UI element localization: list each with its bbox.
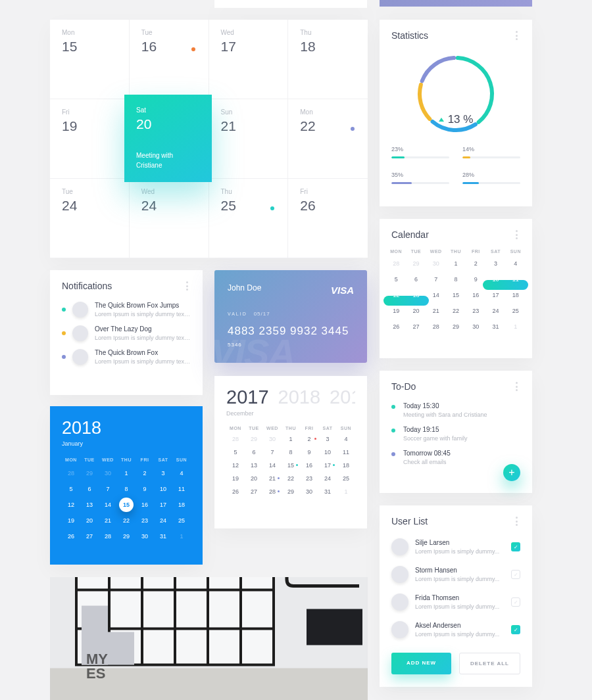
- day-cell[interactable]: 20: [80, 516, 99, 525]
- big-cal-cell[interactable]: Mon22: [288, 99, 368, 179]
- day-cell[interactable]: 30: [263, 436, 282, 442]
- day-cell[interactable]: 24: [154, 516, 172, 525]
- day-cell[interactable]: 5: [226, 449, 245, 455]
- day-cell[interactable]: 15: [282, 462, 300, 469]
- day-cell[interactable]: 28: [62, 469, 80, 478]
- day-cell[interactable]: 4: [172, 469, 191, 478]
- user-item[interactable]: Storm HansenLorem Ipsum is simply dummy.…: [380, 561, 532, 588]
- day-cell[interactable]: 23: [136, 516, 154, 525]
- day-cell[interactable]: 27: [245, 488, 263, 495]
- day-cell[interactable]: 19: [62, 516, 80, 525]
- check-toggle[interactable]: ✓: [511, 625, 520, 634]
- day-cell[interactable]: 1: [446, 259, 466, 269]
- big-cal-cell[interactable]: Wed24: [130, 179, 209, 258]
- todo-item[interactable]: Today 15:30Meeting with Sara and Cristia…: [380, 398, 532, 422]
- big-cal-cell[interactable]: Fri26: [288, 179, 368, 258]
- day-cell[interactable]: 28: [386, 259, 406, 269]
- day-cell[interactable]: 13: [245, 462, 263, 469]
- day-cell[interactable]: 31: [485, 322, 505, 332]
- big-cal-cell[interactable]: Fri19: [50, 99, 130, 179]
- add-new-button[interactable]: ADD NEW: [391, 653, 451, 674]
- day-cell[interactable]: 30: [136, 532, 154, 541]
- notification-item[interactable]: The Quick Brown FoxLorem Ipsum is simply…: [50, 345, 203, 369]
- day-cell[interactable]: 10: [154, 484, 172, 494]
- day-cell[interactable]: 9: [466, 275, 485, 285]
- big-cal-cell[interactable]: Thu25: [209, 179, 289, 258]
- year-tab[interactable]: 2017: [226, 386, 269, 408]
- more-icon[interactable]: [183, 281, 191, 291]
- day-cell[interactable]: 28: [263, 488, 282, 495]
- day-cell[interactable]: 13: [80, 500, 99, 509]
- day-cell[interactable]: 12: [226, 462, 245, 469]
- year-tab[interactable]: 2018: [278, 386, 321, 408]
- day-cell[interactable]: 1: [506, 322, 526, 332]
- big-calendar-highlight-card[interactable]: Sat 20 Meeting with Cristiane: [124, 95, 212, 182]
- day-cell[interactable]: 18: [337, 462, 355, 469]
- day-cell[interactable]: 10: [318, 449, 337, 455]
- check-toggle[interactable]: ✓: [511, 597, 520, 607]
- day-cell[interactable]: 20: [245, 475, 263, 482]
- day-cell[interactable]: 29: [80, 469, 99, 478]
- day-cell[interactable]: 18: [506, 291, 526, 300]
- day-cell[interactable]: 17: [154, 500, 172, 509]
- day-cell[interactable]: 14: [99, 500, 117, 509]
- day-cell[interactable]: 1: [282, 436, 300, 442]
- day-cell[interactable]: 4: [506, 259, 526, 269]
- day-cell[interactable]: 22: [446, 306, 466, 316]
- more-icon[interactable]: [512, 382, 520, 391]
- more-icon[interactable]: [512, 31, 520, 40]
- day-cell[interactable]: 26: [226, 488, 245, 495]
- day-cell[interactable]: 24: [485, 306, 505, 316]
- big-cal-cell[interactable]: Thu18: [288, 20, 368, 99]
- day-cell[interactable]: 5: [386, 275, 406, 285]
- day-cell[interactable]: 22: [282, 475, 300, 482]
- day-cell[interactable]: 11: [337, 449, 355, 455]
- day-cell[interactable]: 23: [300, 475, 318, 482]
- notification-item[interactable]: The Quick Brown Fox JumpsLorem Ipsum is …: [50, 298, 203, 321]
- day-cell[interactable]: 27: [406, 322, 426, 332]
- notification-item[interactable]: Over The Lazy DogLorem Ipsum is simply d…: [50, 321, 203, 345]
- day-cell[interactable]: 11: [506, 275, 526, 285]
- day-cell[interactable]: 25: [172, 516, 191, 525]
- day-cell[interactable]: 12: [386, 291, 406, 300]
- day-cell[interactable]: 26: [62, 532, 80, 541]
- day-cell[interactable]: 1: [337, 488, 355, 495]
- big-cal-cell[interactable]: Tue16: [130, 20, 209, 99]
- day-cell[interactable]: 16: [300, 462, 318, 469]
- day-cell[interactable]: 3: [318, 436, 337, 442]
- user-item[interactable]: Aksel AndersenLorem Ipsum is simply dumm…: [380, 616, 532, 643]
- day-cell[interactable]: 8: [446, 275, 466, 285]
- big-cal-cell[interactable]: Wed17: [209, 20, 289, 99]
- year-tab[interactable]: 201: [330, 386, 355, 408]
- day-cell[interactable]: 6: [406, 275, 426, 285]
- day-cell[interactable]: 31: [154, 532, 172, 541]
- day-cell[interactable]: 5: [62, 484, 80, 494]
- day-cell[interactable]: 29: [282, 488, 300, 495]
- day-cell[interactable]: 1: [172, 532, 191, 541]
- big-cal-cell[interactable]: Mon15: [50, 20, 130, 99]
- day-cell[interactable]: 15: [117, 500, 136, 509]
- day-cell[interactable]: 17: [485, 291, 505, 300]
- day-cell[interactable]: 25: [506, 306, 526, 316]
- day-cell[interactable]: 8: [117, 484, 136, 494]
- day-cell[interactable]: 23: [466, 306, 485, 316]
- day-cell[interactable]: 2: [466, 259, 485, 269]
- day-cell[interactable]: 30: [300, 488, 318, 495]
- day-cell[interactable]: 2: [136, 469, 154, 478]
- big-cal-cell[interactable]: Tue24: [50, 179, 130, 258]
- more-icon[interactable]: [512, 230, 520, 239]
- big-cal-cell[interactable]: Sun21: [209, 99, 289, 179]
- day-cell[interactable]: 26: [386, 322, 406, 332]
- day-cell[interactable]: 22: [117, 516, 136, 525]
- day-cell[interactable]: 29: [406, 259, 426, 269]
- day-cell[interactable]: 3: [485, 259, 505, 269]
- day-cell[interactable]: 2: [300, 436, 318, 442]
- day-cell[interactable]: 16: [136, 500, 154, 509]
- credit-card[interactable]: VISA John Doe VISA VALID 05/17 4883 2359…: [214, 270, 367, 363]
- day-cell[interactable]: 29: [117, 532, 136, 541]
- user-item[interactable]: Frida ThomsenLorem Ipsum is simply dummy…: [380, 588, 532, 616]
- day-cell[interactable]: 25: [337, 475, 355, 482]
- day-cell[interactable]: 29: [245, 436, 263, 442]
- day-cell[interactable]: 9: [136, 484, 154, 494]
- day-cell[interactable]: 19: [386, 306, 406, 316]
